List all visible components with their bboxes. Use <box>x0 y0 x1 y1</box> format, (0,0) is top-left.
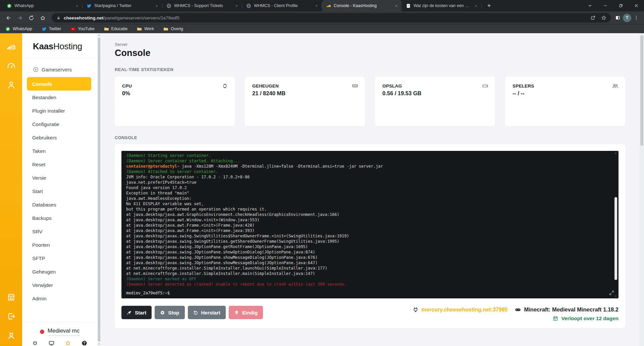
expiry-label: Verloopt over 12 dagen <box>561 315 619 322</box>
bookmark-label: Twitter <box>49 26 61 31</box>
terminal-scrollbar-thumb[interactable] <box>614 197 617 280</box>
bookmark-item[interactable]: WhatsApp <box>5 26 32 32</box>
browser-tab[interactable]: FWat zijn de kosten van een civiele <box>402 0 482 11</box>
bookmark-item[interactable]: Educatie <box>104 26 128 32</box>
scroll-down-icon[interactable] <box>98 343 100 345</box>
browser-tab[interactable]: Console - KaasHosting <box>322 0 402 11</box>
bookmark-item[interactable]: Twitter <box>42 26 61 32</box>
sidebar-item-bestanden[interactable]: Bestanden <box>27 91 91 104</box>
browser-tab[interactable]: Startpagina / Twitter <box>83 0 162 11</box>
browser-tab[interactable]: WHMCS - Support Tickets <box>162 0 242 11</box>
browser-tab[interactable]: WhatsApp <box>3 0 83 11</box>
star-outline-icon <box>601 15 606 20</box>
terminal-line: java.awt.HeadlessException: <box>126 196 610 201</box>
sidebar-item-sftp[interactable]: SFTP <box>27 251 91 265</box>
expand-icon[interactable] <box>609 290 614 296</box>
stat-value: 0% <box>122 90 227 97</box>
page-scrollbar-thumb[interactable] <box>640 35 643 146</box>
server-address-link[interactable]: mercury.cheesehosting.net:37985 <box>422 307 508 313</box>
sidebar-item-gebruikers[interactable]: Gebruikers <box>27 131 91 144</box>
rail-item-account[interactable] <box>6 79 16 90</box>
server-selector[interactable]: Medieval mc <box>22 322 97 336</box>
maximize-button[interactable] <box>613 0 629 11</box>
sidebar-item-backups[interactable]: Backups <box>27 211 91 225</box>
rail-item-cheese-logo[interactable] <box>6 41 16 52</box>
terminal-line: at net.minecraftforge.installer.SimpleIn… <box>126 271 610 276</box>
bookmark-label: Overig <box>171 26 183 31</box>
tab-close-icon[interactable] <box>74 3 80 9</box>
forward-button[interactable] <box>15 13 25 23</box>
page-scrollbar[interactable] <box>640 33 644 346</box>
console-card: (Daemon) Starting server container.(Daem… <box>115 144 625 328</box>
rail-item-shop[interactable] <box>6 292 16 302</box>
sidebar-scrollbar-thumb[interactable] <box>98 38 100 342</box>
side-panel-button[interactable] <box>613 13 622 22</box>
sidebar-item-console[interactable]: Console <box>27 77 91 91</box>
minimize-button[interactable] <box>598 0 613 11</box>
stop-button[interactable]: Stop <box>155 306 184 319</box>
globe-icon <box>246 3 251 8</box>
rail-item-logout[interactable] <box>6 311 16 322</box>
start-button[interactable]: Start <box>121 306 152 319</box>
scroll-down-icon[interactable] <box>614 295 617 297</box>
rail-item-dashboard[interactable] <box>6 60 16 71</box>
new-tab-button[interactable]: + <box>484 1 494 10</box>
tab-close-icon[interactable] <box>314 3 319 9</box>
power-icon[interactable] <box>32 340 38 346</box>
tab-close-icon[interactable] <box>234 3 239 9</box>
tab-close-icon[interactable] <box>154 3 160 9</box>
share-button[interactable] <box>589 13 597 22</box>
herstart-button[interactable]: Herstart <box>188 306 226 319</box>
brand-bold: Kaas <box>33 41 53 51</box>
browser-toolbar: cheesehosting.net /panel/gameservers/ser… <box>0 11 644 24</box>
tab-title: Wat zijn de kosten van een civiele <box>414 3 471 8</box>
sidebar-item-srv[interactable]: SRV <box>27 225 91 238</box>
terminal-scrollbar[interactable] <box>614 152 618 297</box>
terminal[interactable]: (Daemon) Starting server container.(Daem… <box>121 151 619 298</box>
terminal-line: but this program performed an operation … <box>126 207 610 212</box>
sidebar-item-admin[interactable]: Admin <box>27 292 91 305</box>
browser-menu-button[interactable] <box>632 13 641 22</box>
bookmark-item[interactable]: Overig <box>163 26 183 32</box>
sidebar-item-geheugen[interactable]: Geheugen <box>27 265 91 278</box>
sidebar-item-reset[interactable]: Reset <box>27 158 91 171</box>
reload-button[interactable] <box>26 13 36 23</box>
browser-tab[interactable]: WHMCS - Client Profile <box>242 0 322 11</box>
scroll-up-icon[interactable] <box>614 152 617 155</box>
terminal-line: at java.desktop/javax.swing.SwingUtiliti… <box>126 239 610 244</box>
tab-search-button[interactable] <box>582 0 598 11</box>
sidebar-item-start[interactable]: Start <box>27 184 91 198</box>
plug-icon <box>413 307 419 313</box>
main-content: Server Console REAL-TIME STATISTIEKEN CP… <box>101 33 644 346</box>
bookmark-item[interactable]: YouTube <box>70 26 94 32</box>
home-button[interactable] <box>38 13 48 23</box>
sidebar-item-versie[interactable]: Versie <box>27 171 91 184</box>
tab-close-icon[interactable] <box>473 3 479 9</box>
back-button[interactable] <box>3 13 13 23</box>
bookmark-item[interactable]: Werk <box>137 26 154 32</box>
sidebar-item-taken[interactable]: Taken <box>27 144 91 158</box>
eindig-button[interactable]: Eindig <box>229 306 263 319</box>
tab-title: Console - KaasHosting <box>334 3 391 8</box>
sidebar-scrollbar[interactable] <box>97 33 101 346</box>
profile-avatar[interactable]: T <box>623 14 631 22</box>
home-icon <box>40 15 46 21</box>
sidebar-item-poorten[interactable]: Poorten <box>27 238 91 251</box>
sidebar-item-verwijder[interactable]: Verwijder <box>27 278 91 292</box>
brand-logo[interactable]: KaasHosting <box>22 33 97 52</box>
gamepad-icon <box>515 307 521 313</box>
monitor-icon[interactable] <box>49 340 54 346</box>
sidebar-item-configuratie[interactable]: Configuratie <box>27 117 91 131</box>
tab-close-icon[interactable] <box>393 3 399 9</box>
rail-item-support[interactable] <box>6 330 16 341</box>
star-icon[interactable] <box>65 340 71 346</box>
scroll-up-icon[interactable] <box>98 34 100 37</box>
question-icon[interactable] <box>82 340 87 346</box>
bookmark-star-button[interactable] <box>599 13 608 22</box>
sidebar-item-databases[interactable]: Databases <box>27 198 91 211</box>
close-window-button[interactable] <box>629 0 644 11</box>
back-to-gameservers-link[interactable]: Gameservers <box>33 67 97 72</box>
address-bar[interactable]: cheesehosting.net /panel/gameservers/ser… <box>52 13 611 22</box>
sidebar-item-plugin-installer[interactable]: Plugin installer <box>27 104 91 117</box>
terminal-prompt[interactable]: mediev_2a79edf5:~$ <box>126 290 170 296</box>
